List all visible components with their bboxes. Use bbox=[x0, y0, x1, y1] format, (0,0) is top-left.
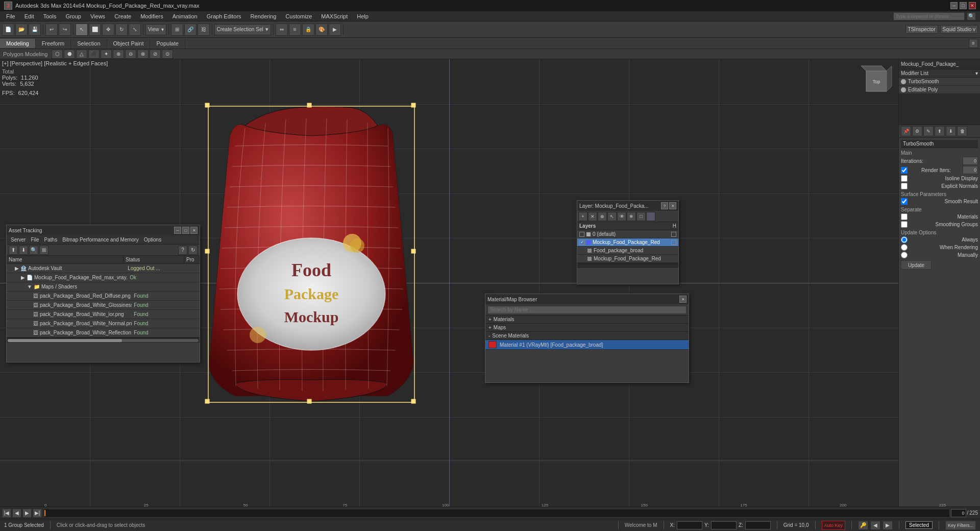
layer-scrollbar[interactable] bbox=[577, 263, 678, 268]
menu-group[interactable]: Group bbox=[61, 12, 85, 20]
timeline-play-button[interactable]: ▶ bbox=[22, 509, 32, 518]
sb-prev-key-button[interactable]: ◀ bbox=[870, 521, 880, 530]
mirror-button[interactable]: ⇔ bbox=[276, 23, 288, 36]
mat-scene-materials-section[interactable]: - Scene Materials bbox=[485, 332, 689, 340]
at-row-ior[interactable]: 🖼 pack_Package_Broad_White_ior.png Found bbox=[7, 310, 200, 319]
layer-check-0[interactable] bbox=[579, 232, 584, 237]
at-help-button[interactable]: ? bbox=[178, 246, 187, 255]
scale-button[interactable]: ⤡ bbox=[129, 23, 141, 36]
layer-add-object-button[interactable]: ⊕ bbox=[598, 212, 607, 221]
layer-color-button[interactable] bbox=[646, 212, 655, 221]
mod-button-2[interactable]: ⚙ bbox=[912, 126, 922, 136]
menu-modifiers[interactable]: Modifiers bbox=[136, 12, 167, 20]
menu-graph-editors[interactable]: Graph Editors bbox=[203, 12, 246, 20]
create-selection-btn[interactable]: Create Selection Sel ▾ bbox=[214, 24, 271, 35]
at-scrollbar-thumb[interactable] bbox=[8, 339, 122, 342]
help-search-button[interactable]: 🔍 bbox=[967, 12, 976, 20]
new-button[interactable]: 📄 bbox=[2, 23, 14, 36]
tab-populate[interactable]: Populate bbox=[150, 39, 185, 48]
at-row-reflection[interactable]: 🖼 pack_Package_Broad_White_Reflection.pn… bbox=[7, 328, 200, 337]
align-button[interactable]: ≡ bbox=[289, 23, 301, 36]
at-btn-2[interactable]: ⬇ bbox=[19, 246, 28, 255]
ts-when-rendering-radio[interactable] bbox=[901, 244, 908, 251]
sb-next-key-button[interactable]: ▶ bbox=[883, 521, 893, 530]
key-filters-button[interactable]: Key Filters... bbox=[945, 521, 976, 530]
layer-close-button[interactable]: ✕ bbox=[669, 202, 676, 209]
at-close-button[interactable]: ✕ bbox=[190, 227, 198, 234]
tab-freeform[interactable]: Freeform bbox=[36, 39, 71, 48]
layer-row-0[interactable]: 0 (default) bbox=[577, 230, 678, 238]
view-dropdown[interactable]: View ▾ bbox=[145, 24, 166, 35]
poly-tool-4[interactable]: ⬛ bbox=[88, 50, 100, 59]
layer-freeze-button[interactable]: ❄ bbox=[627, 212, 636, 221]
layer-new-button[interactable]: + bbox=[578, 212, 587, 221]
mod-button-4[interactable]: ⬆ bbox=[935, 126, 945, 136]
render-button[interactable]: ▶ bbox=[329, 23, 341, 36]
ts-render-iters-checkbox[interactable] bbox=[901, 167, 908, 174]
menu-animation[interactable]: Animation bbox=[168, 12, 202, 20]
material-search-input[interactable] bbox=[487, 306, 687, 314]
mod-button-6[interactable]: 🗑 bbox=[957, 126, 967, 136]
at-row-maps[interactable]: ▼ 📁 Maps / Shaders bbox=[7, 282, 200, 292]
tab-selection[interactable]: Selection bbox=[71, 39, 107, 48]
poly-tool-3[interactable]: △ bbox=[76, 50, 87, 59]
modifier-editablepolyItem[interactable]: Editable Poly bbox=[899, 86, 980, 94]
menu-customize[interactable]: Customize bbox=[281, 12, 316, 20]
menu-edit[interactable]: Edit bbox=[20, 12, 38, 20]
material-editor-button[interactable]: 🎨 bbox=[315, 23, 328, 36]
open-button[interactable]: 📂 bbox=[15, 23, 28, 36]
minimize-button[interactable]: ─ bbox=[950, 2, 958, 9]
at-row-diffuse[interactable]: 🖼 pack_Package_Broad_Red_Diffuse.png Fou… bbox=[7, 292, 200, 301]
layer-row-1[interactable]: ✓ Mockup_Food_Package_Red bbox=[577, 238, 678, 247]
menu-maxscript[interactable]: MAXScript bbox=[317, 12, 352, 20]
at-btn-4[interactable]: ⊞ bbox=[39, 246, 48, 255]
poly-tool-9[interactable]: ⊘ bbox=[150, 50, 161, 59]
layer-check-1[interactable]: ✓ bbox=[579, 240, 584, 245]
close-button[interactable]: ✕ bbox=[969, 2, 976, 9]
timeline-back-button[interactable]: ◀ bbox=[12, 509, 21, 518]
mat-close-button[interactable]: ✕ bbox=[679, 296, 687, 303]
at-menu-options[interactable]: Options bbox=[142, 237, 163, 243]
menu-rendering[interactable]: Rendering bbox=[247, 12, 281, 20]
menu-help[interactable]: Help bbox=[353, 12, 373, 20]
timeline-fwd-button[interactable]: ▶| bbox=[33, 509, 42, 518]
current-frame-input[interactable] bbox=[951, 509, 966, 517]
timeline-track[interactable]: 0 25 50 75 100 125 150 175 200 225 bbox=[44, 510, 949, 517]
ts-update-button[interactable]: Update bbox=[901, 260, 932, 270]
sb-setkey-button[interactable]: 🔑 bbox=[858, 521, 868, 530]
tab-options-button[interactable]: ≡ bbox=[969, 39, 978, 48]
sb-y-input[interactable] bbox=[711, 521, 737, 529]
mat-materials-section[interactable]: + Materials bbox=[485, 316, 689, 324]
at-menu-server[interactable]: Server bbox=[9, 237, 28, 243]
tab-object-paint[interactable]: Object Paint bbox=[107, 39, 151, 48]
menu-create[interactable]: Create bbox=[110, 12, 135, 20]
at-row-vault[interactable]: ▶ 🏦 Autodesk Vault Logged Out ... bbox=[7, 264, 200, 273]
at-menu-bitmap[interactable]: Bitmap Performance and Memory bbox=[60, 237, 141, 243]
ts-materials-checkbox[interactable] bbox=[901, 213, 908, 220]
undo-button[interactable]: ↩ bbox=[45, 23, 58, 36]
layer-row-3[interactable]: Mockup_Food_Package_Red bbox=[577, 255, 678, 263]
sb-x-input[interactable] bbox=[677, 521, 702, 529]
at-menu-file[interactable]: File bbox=[29, 237, 41, 243]
mod-button-3[interactable]: ✎ bbox=[923, 126, 934, 136]
mat-item-0[interactable]: Material #1 (VRayMtl) [Food_package_broa… bbox=[485, 340, 689, 350]
sb-z-input[interactable] bbox=[745, 521, 771, 529]
asset-tracking-scrollbar[interactable] bbox=[7, 337, 200, 343]
menu-tools[interactable]: Tools bbox=[39, 12, 61, 20]
poly-tool-2[interactable]: ⬣ bbox=[64, 50, 75, 59]
at-refresh-button[interactable]: ↻ bbox=[188, 246, 198, 255]
poly-tool-1[interactable]: ⬡ bbox=[52, 50, 63, 59]
menu-file[interactable]: File bbox=[2, 12, 19, 20]
tab-modeling[interactable]: Modeling bbox=[0, 39, 36, 48]
ts-iterations-input[interactable] bbox=[963, 157, 978, 165]
pin-button[interactable]: 📌 bbox=[901, 126, 911, 136]
unlink-button[interactable]: ⛓ bbox=[198, 23, 210, 36]
at-row-maxfile[interactable]: ▶ 📄 Mockup_Food_Package_Red_max_vray.max… bbox=[7, 273, 200, 282]
at-btn-1[interactable]: ⬆ bbox=[9, 246, 18, 255]
auto-key-button[interactable]: Auto Key bbox=[822, 521, 846, 530]
mat-maps-section[interactable]: + Maps bbox=[485, 324, 689, 332]
ts-smoothing-groups-checkbox[interactable] bbox=[901, 221, 908, 228]
at-menu-paths[interactable]: Paths bbox=[42, 237, 60, 243]
poly-tool-6[interactable]: ⊕ bbox=[113, 50, 124, 59]
navigation-cube[interactable]: Top bbox=[859, 63, 894, 99]
